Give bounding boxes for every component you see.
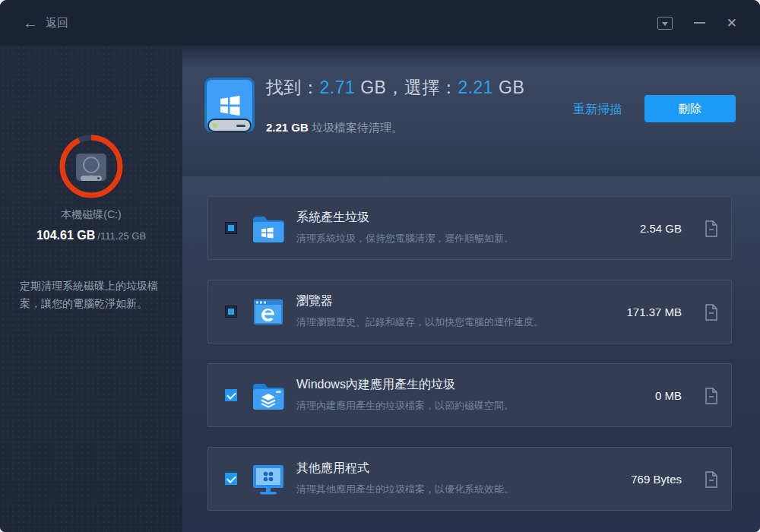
row-title: Windows內建應用產生的垃圾 (296, 377, 455, 393)
row-size: 171.37 MB (626, 280, 682, 343)
row-size: 2.54 GB (640, 197, 682, 259)
row-size: 769 Bytes (631, 448, 682, 510)
sidebar: 本機磁碟(C:) 104.61 GB/111.25 GB 定期清理系統磁碟上的垃… (0, 46, 182, 532)
row-title: 瀏覽器 (296, 293, 333, 309)
sidebar-description: 定期清理系統磁碟上的垃圾檔案，讓您的電腦乾淨如新。 (20, 277, 158, 312)
row-size: 0 MB (655, 364, 682, 426)
row-checkbox-checked[interactable] (225, 473, 237, 485)
row-checkbox-checked[interactable] (225, 389, 237, 401)
disk-label: 本機磁碟(C:) (0, 208, 182, 222)
row-description: 清理系統垃圾，保持您電腦清潔，運作順暢如新。 (296, 232, 514, 245)
browser-icon (251, 296, 286, 329)
row-title: 其他應用程式 (296, 461, 369, 477)
back-button[interactable]: ← 返回 (23, 15, 68, 30)
windows-drive-icon (201, 76, 258, 137)
found-value: 2.71 (320, 78, 356, 97)
minimize-icon[interactable] (694, 22, 705, 24)
menu-dropdown-icon[interactable] (657, 17, 673, 30)
app-window: ← 返回 ✕ 本機磁碟(C:) 104.61 GB/111.25 GB 定期清理… (0, 0, 760, 532)
selected-value: 2.21 (458, 78, 493, 97)
disk-total: /111.25 GB (97, 230, 146, 242)
junk-category-row[interactable]: 系統產生垃圾 清理系統垃圾，保持您電腦清潔，運作順暢如新。 2.54 GB (207, 196, 732, 260)
close-icon[interactable]: ✕ (727, 17, 737, 30)
file-details-icon[interactable] (704, 471, 719, 488)
rescan-link[interactable]: 重新掃描 (573, 102, 622, 118)
windows-folder-icon (251, 212, 286, 245)
apps-folder-icon (251, 379, 286, 413)
scan-result-header: 找到：2.71 GB，選擇：2.21 GB 2.21 GB 垃圾檔案待清理。 重… (182, 46, 760, 176)
pending-size: 2.21 GB (266, 121, 309, 134)
monitor-apps-icon (251, 463, 286, 496)
disk-capacity: 104.61 GB/111.25 GB (0, 229, 182, 242)
junk-category-row[interactable]: 瀏覽器 清理瀏覽歷史、記錄和緩存，以加快您電腦的運作速度。 171.37 MB (207, 280, 732, 344)
disk-usage-ring (59, 135, 123, 198)
titlebar: ← 返回 ✕ (0, 0, 760, 46)
scan-summary: 找到：2.71 GB，選擇：2.21 GB 2.21 GB 垃圾檔案待清理。 (266, 76, 524, 135)
row-checkbox-indeterminate[interactable] (225, 306, 237, 318)
window-controls: ✕ (657, 17, 737, 30)
row-checkbox-indeterminate[interactable] (225, 222, 237, 234)
junk-category-row[interactable]: Windows內建應用產生的垃圾 清理內建應用產生的垃圾檔案，以節約磁碟空間。 … (207, 363, 732, 427)
file-details-icon[interactable] (704, 388, 719, 404)
found-selected-line: 找到：2.71 GB，選擇：2.21 GB (266, 76, 524, 100)
junk-category-list: 系統產生垃圾 清理系統垃圾，保持您電腦清潔，運作順暢如新。 2.54 GB 瀏覽… (182, 176, 760, 532)
disk-used: 104.61 GB (36, 229, 95, 242)
dropdown-triangle-icon (662, 22, 668, 26)
back-label: 返回 (46, 16, 68, 30)
row-description: 清理瀏覽歷史、記錄和緩存，以加快您電腦的運作速度。 (296, 315, 543, 329)
hard-drive-icon (76, 154, 106, 181)
row-title: 系統產生垃圾 (296, 210, 369, 226)
row-description: 清理內建應用產生的垃圾檔案，以節約磁碟空間。 (296, 399, 514, 413)
main-panel: 找到：2.71 GB，選擇：2.21 GB 2.21 GB 垃圾檔案待清理。 重… (182, 46, 760, 532)
row-description: 清理其他應用產生的垃圾檔案，以優化系統效能。 (296, 483, 514, 496)
junk-category-row[interactable]: 其他應用程式 清理其他應用產生的垃圾檔案，以優化系統效能。 769 Bytes (207, 447, 732, 511)
pending-clean-line: 2.21 GB 垃圾檔案待清理。 (266, 121, 524, 135)
file-details-icon[interactable] (704, 304, 719, 321)
back-arrow-icon: ← (23, 15, 38, 30)
file-details-icon[interactable] (704, 220, 719, 237)
delete-button[interactable]: 刪除 (644, 95, 736, 122)
